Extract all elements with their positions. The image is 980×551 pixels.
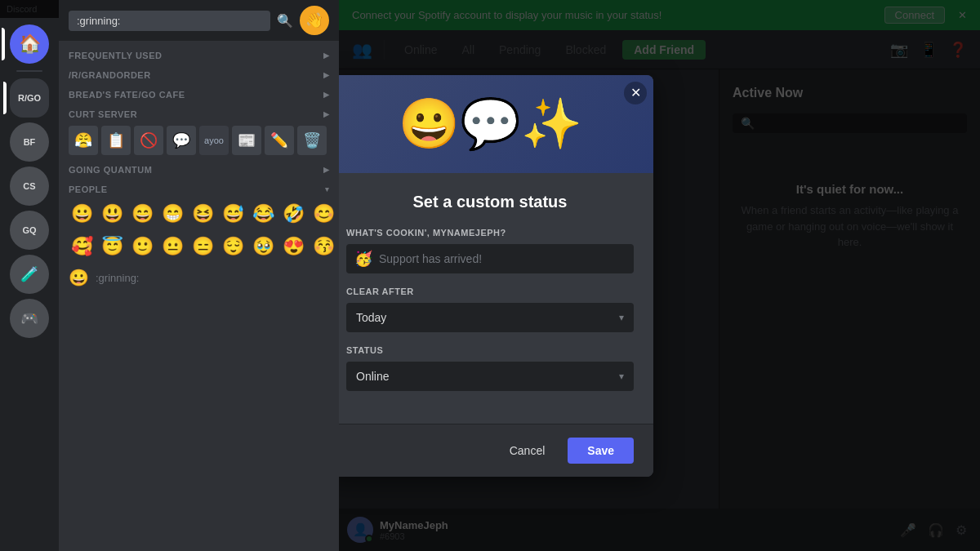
custom-emoji-2[interactable]: 📋: [101, 126, 131, 155]
clear-after-select[interactable]: Today 1 hour 4 hours Never: [346, 303, 634, 332]
emoji-kissing-closed-eyes[interactable]: 😚: [309, 232, 338, 261]
emoji-beaming[interactable]: 😁: [158, 199, 187, 229]
server-icon-curtserver[interactable]: CS: [10, 167, 49, 206]
people-header[interactable]: PEOPLE ▾: [59, 178, 339, 198]
emoji-name-text: :grinning:: [96, 272, 139, 284]
emoji-preview: 😀: [69, 268, 89, 287]
people-emoji-grid-row1: 😀 😃 😄 😁 😆 😅 😂 🤣 😊: [59, 198, 339, 230]
custom-emoji-4[interactable]: 💬: [167, 126, 196, 155]
grandorder-header[interactable]: /R/GRANDORDER ▶: [59, 64, 339, 83]
emoji-neutral[interactable]: 😐: [158, 232, 187, 261]
status-label: STATUS: [346, 345, 634, 355]
custom-emoji-7[interactable]: ✏️: [265, 126, 294, 155]
illustration-emoji: 😀💬✨: [399, 95, 582, 153]
emoji-search-icon[interactable]: 🔍: [277, 13, 293, 29]
server-divider: [16, 70, 42, 72]
status-wrapper: Online Idle Do Not Disturb Invisible ▾: [346, 362, 634, 391]
emoji-search-row: 🔍 👋: [59, 0, 339, 41]
status-text-input[interactable]: [346, 244, 634, 273]
emoji-name-label: 😀 :grinning:: [59, 263, 339, 292]
curtserver-arrow: ▶: [323, 110, 330, 118]
wave-emoji-button[interactable]: 👋: [300, 6, 329, 35]
emoji-sob[interactable]: 😂: [248, 199, 278, 229]
frequently-used-arrow: ▶: [323, 51, 330, 60]
emoji-rolling-floor[interactable]: 🤣: [278, 199, 308, 229]
curt-server-emojis: 😤 📋 🚫 💬 ayoo 📰 ✏️ 🗑️: [59, 122, 339, 158]
modal-body: Set a custom status WHAT'S COOKIN', MYNA…: [327, 173, 653, 424]
save-button[interactable]: Save: [568, 438, 634, 464]
status-emoji-icon: 🥳: [354, 250, 372, 268]
emoji-relieved[interactable]: 😌: [218, 232, 247, 261]
server-icon-lab[interactable]: 🧪: [10, 255, 49, 294]
modal-close-button[interactable]: ✕: [624, 82, 647, 104]
emoji-slightly-smile[interactable]: 🙂: [127, 232, 157, 261]
status-select[interactable]: Online Idle Do Not Disturb Invisible: [346, 362, 634, 391]
people-emoji-grid-row2: 🥰 😇 🙂 😐 😑 😌 🥹 😍 😚: [59, 230, 339, 263]
server-icon-rgrandorder[interactable]: R/GO: [10, 78, 49, 118]
breadsfate-header[interactable]: BREAD'S FATE/GO CAFE ▶: [59, 83, 339, 103]
custom-status-modal: 😀💬✨ ✕ Set a custom status WHAT'S COOKIN'…: [327, 75, 653, 477]
people-arrow: ▾: [325, 185, 330, 193]
server-sidebar: 🏠 R/GO BF CS GQ 🧪 🎮: [0, 18, 59, 551]
server-icon-gaming[interactable]: 🎮: [10, 299, 49, 338]
server-icon-bfgocafe[interactable]: BF: [10, 122, 49, 162]
emoji-smile[interactable]: 😊: [309, 199, 338, 229]
clear-after-label: CLEAR AFTER: [346, 287, 634, 296]
emoji-content: FREQUENTLY USED ▶ /R/GRANDORDER ▶ BREAD'…: [59, 41, 339, 551]
home-button[interactable]: 🏠: [10, 24, 49, 64]
status-input-wrapper: 🥳: [346, 244, 634, 273]
emoji-picker: 🔍 👋 FREQUENTLY USED ▶ /R/GRANDORDER ▶ BR…: [59, 0, 339, 551]
emoji-heart-eyes[interactable]: 🥰: [67, 232, 96, 261]
custom-emoji-8[interactable]: 🗑️: [297, 126, 327, 155]
emoji-expressionless[interactable]: 😑: [188, 232, 217, 261]
breadsfate-arrow: ▶: [323, 91, 330, 99]
emoji-sweat-smile[interactable]: 😆: [188, 199, 217, 229]
modal-whats-cookin-label: WHAT'S COOKIN', MYNAMEJEPH?: [346, 228, 634, 238]
grandorder-arrow: ▶: [323, 71, 330, 79]
modal-footer: Cancel Save: [327, 424, 653, 477]
server-icon-goingquantum[interactable]: GQ: [10, 211, 49, 250]
modal-title: Set a custom status: [346, 193, 634, 211]
emoji-star-struck[interactable]: 😍: [278, 232, 308, 261]
curtserver-header[interactable]: CURT SERVER ▶: [59, 103, 339, 122]
custom-emoji-1[interactable]: 😤: [69, 126, 98, 155]
emoji-grin[interactable]: 😃: [97, 199, 127, 229]
frequently-used-header[interactable]: FREQUENTLY USED ▶: [59, 44, 339, 64]
modal-header-illustration: 😀💬✨ ✕: [327, 75, 653, 173]
emoji-holding-back-tears[interactable]: 🥹: [248, 232, 278, 261]
emoji-rofl[interactable]: 😅: [218, 199, 247, 229]
clear-after-wrapper: Today 1 hour 4 hours Never ▾: [346, 303, 634, 332]
custom-emoji-3[interactable]: 🚫: [134, 126, 163, 155]
emoji-search-input[interactable]: [69, 11, 270, 31]
emoji-grinning[interactable]: 😀: [67, 199, 96, 229]
goingquantum-header[interactable]: GOING QUANTUM ▶: [59, 158, 339, 178]
goingquantum-arrow: ▶: [323, 166, 330, 174]
emoji-joy[interactable]: 😄: [127, 199, 157, 229]
cancel-button[interactable]: Cancel: [497, 438, 559, 464]
custom-emoji-5[interactable]: ayoo: [199, 126, 229, 155]
emoji-innocent[interactable]: 😇: [97, 232, 127, 261]
custom-emoji-6[interactable]: 📰: [232, 126, 261, 155]
